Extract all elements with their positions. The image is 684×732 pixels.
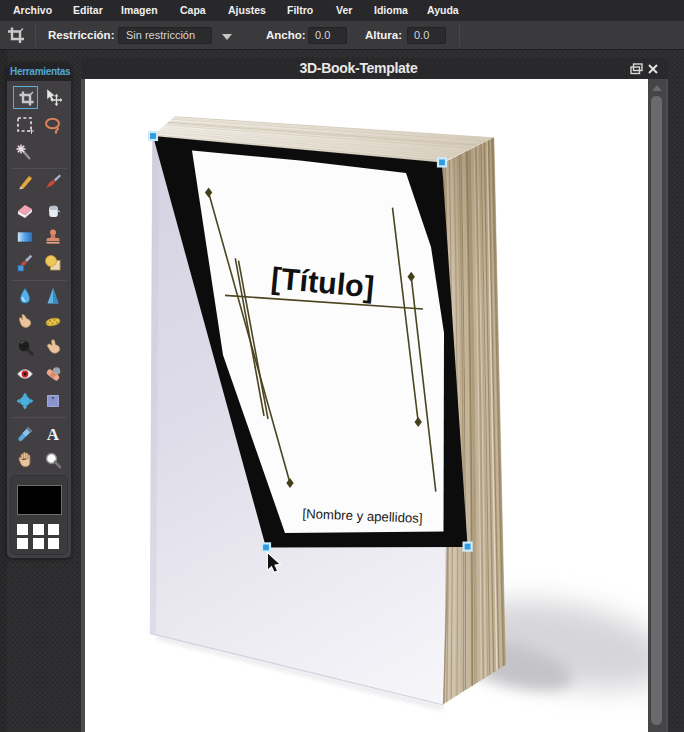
svg-text:A: A	[46, 425, 59, 443]
